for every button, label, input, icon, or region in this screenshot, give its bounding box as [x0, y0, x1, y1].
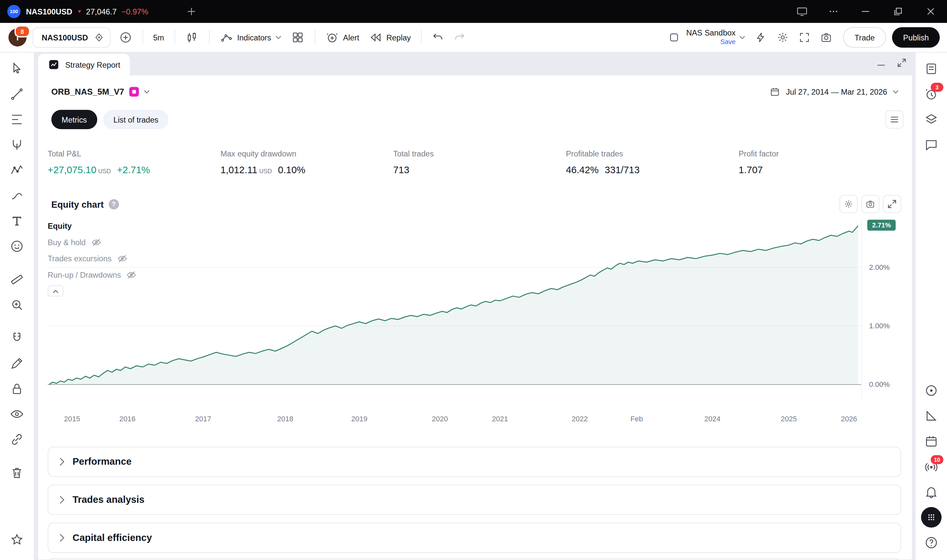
- watchlist-button[interactable]: [919, 57, 943, 81]
- fullscreen-button[interactable]: [793, 27, 815, 48]
- section-trades-analysis[interactable]: Trades analysis: [48, 485, 901, 515]
- metric-profit-factor: Profit factor 1.707: [739, 149, 911, 176]
- titlebar-price: 27,046.7: [86, 7, 117, 16]
- trade-button[interactable]: Trade: [843, 27, 886, 48]
- indicators-icon: [220, 31, 233, 44]
- publish-button[interactable]: Publish: [892, 27, 940, 48]
- section-partial[interactable]: [48, 558, 901, 560]
- ideas-stream-button[interactable]: [919, 378, 943, 403]
- grid-layout-icon: [291, 31, 304, 44]
- tab-metrics[interactable]: Metrics: [51, 110, 97, 129]
- alerts-panel-button[interactable]: 3: [919, 82, 943, 106]
- pitchfork-tool-button[interactable]: [5, 133, 29, 157]
- chat-panel-button[interactable]: [919, 133, 943, 157]
- undo-button[interactable]: [427, 27, 449, 48]
- legend-item-equity[interactable]: Equity: [48, 220, 137, 231]
- strategy-name[interactable]: ORB_NAS_5M_V7: [51, 87, 124, 96]
- layout-name-widget[interactable]: NAS Sandbox Save: [686, 29, 736, 46]
- new-tab-button[interactable]: [182, 2, 200, 20]
- screenshot-button[interactable]: [815, 27, 837, 48]
- close-button[interactable]: [915, 0, 947, 23]
- metric-max-drawdown: Max equity drawdown 1,012.11USD0.10%: [220, 149, 393, 176]
- restore-button[interactable]: [882, 0, 915, 23]
- strategy-report-icon: [48, 58, 60, 71]
- chevron-down-icon[interactable]: [739, 35, 745, 40]
- trendline-tool-button[interactable]: [5, 82, 29, 106]
- equity-expand-button[interactable]: [883, 195, 901, 213]
- user-avatar[interactable]: T 8: [9, 28, 27, 46]
- broadcast-count-badge: 10: [930, 455, 943, 465]
- magnet-tool-button[interactable]: [5, 326, 29, 350]
- y-axis-label: 0.00%: [869, 380, 890, 389]
- calendar-panel-button[interactable]: [919, 429, 943, 453]
- redo-button[interactable]: [449, 27, 471, 48]
- tab-list-of-trades[interactable]: List of trades: [103, 110, 169, 129]
- object-tree-button[interactable]: [919, 404, 943, 428]
- set-square-icon: [924, 409, 938, 423]
- save-layout-link[interactable]: Save: [721, 37, 736, 46]
- broadcast-panel-button[interactable]: 10: [919, 454, 943, 478]
- tradingview-app: 100 NAS100USD ▼ 27,046.7 −0.97%: [0, 0, 947, 560]
- section-capital-efficiency[interactable]: Capital efficiency: [48, 523, 901, 553]
- more-options-button[interactable]: [818, 0, 849, 23]
- equity-chart-plot[interactable]: [48, 220, 861, 401]
- metric-profitable-trades: Profitable trades 46.42%331/713: [566, 149, 739, 176]
- text-icon: [9, 214, 24, 228]
- fib-tool-button[interactable]: [5, 108, 29, 131]
- sync-drawings-button[interactable]: [5, 427, 29, 451]
- chart-style-button[interactable]: [180, 27, 203, 48]
- chart-settings-button[interactable]: [772, 27, 793, 48]
- zoom-tool-button[interactable]: [5, 293, 29, 317]
- equity-snapshot-button[interactable]: [861, 195, 879, 213]
- layout-thumbnail-button[interactable]: [663, 27, 685, 48]
- x-axis-label: 2025: [781, 415, 797, 423]
- ruler-tool-button[interactable]: [5, 268, 29, 291]
- layers-panel-button[interactable]: [919, 108, 943, 131]
- apps-grid-icon: [926, 512, 937, 523]
- panel-minimize-icon[interactable]: [876, 58, 886, 68]
- legend-item-trades-excursions[interactable]: Trades excursions: [48, 253, 137, 264]
- remove-drawings-button[interactable]: [5, 460, 29, 485]
- draw-lock-tool-button[interactable]: [5, 351, 29, 375]
- favorites-star-button[interactable]: [5, 528, 29, 551]
- ruler-icon: [9, 272, 24, 286]
- legend-collapse-button[interactable]: [48, 286, 63, 297]
- notifications-button[interactable]: [919, 480, 943, 504]
- minimize-button[interactable]: [849, 0, 882, 23]
- multichart-layout-button[interactable]: [286, 27, 310, 48]
- report-display-options-button[interactable]: [885, 111, 904, 129]
- equity-settings-button[interactable]: [839, 195, 858, 213]
- compare-add-button[interactable]: [114, 27, 137, 48]
- equity-x-axis: 20152016201720182019202020212022Feb20242…: [48, 415, 861, 427]
- equity-y-axis: 0.00%1.00%2.00%2.71%: [861, 220, 913, 401]
- indicators-button[interactable]: Indicators: [215, 27, 286, 48]
- interval-button[interactable]: 5m: [148, 27, 169, 48]
- tab-strategy-report[interactable]: Strategy Report: [37, 53, 131, 75]
- help-tooltip-icon[interactable]: ?: [108, 199, 119, 209]
- hide-drawings-button[interactable]: [5, 402, 29, 426]
- toolbar-separator: [209, 30, 209, 45]
- x-axis-label: 2015: [64, 415, 80, 423]
- apps-menu-button[interactable]: [919, 505, 943, 529]
- date-range-picker[interactable]: Jul 27, 2014 — Mar 21, 2026: [770, 86, 899, 97]
- alert-button[interactable]: Alert: [320, 27, 364, 48]
- legend-item-runup-drawdowns[interactable]: Run-up / Drawdowns: [48, 269, 137, 280]
- replay-button[interactable]: Replay: [364, 27, 416, 48]
- multi-monitor-icon[interactable]: [786, 0, 818, 23]
- chevron-right-icon: [59, 457, 65, 466]
- lock-all-button[interactable]: [5, 377, 29, 401]
- section-performance[interactable]: Performance: [48, 447, 901, 477]
- help-button[interactable]: [919, 531, 943, 554]
- text-tool-button[interactable]: [5, 209, 29, 233]
- y-axis-label: 2.00%: [869, 263, 890, 272]
- panel-expand-icon[interactable]: [897, 58, 907, 68]
- quick-actions-button[interactable]: [750, 27, 772, 48]
- chevron-down-icon[interactable]: [143, 90, 149, 94]
- cursor-tool-button[interactable]: [5, 57, 29, 81]
- pattern-tool-button[interactable]: [5, 158, 29, 182]
- bell-icon: [924, 485, 938, 499]
- legend-item-buy-hold[interactable]: Buy & hold: [48, 237, 137, 248]
- symbol-search-box[interactable]: NAS100USD: [32, 27, 110, 48]
- emoji-tool-button[interactable]: [5, 234, 29, 258]
- brush-tool-button[interactable]: [5, 183, 29, 208]
